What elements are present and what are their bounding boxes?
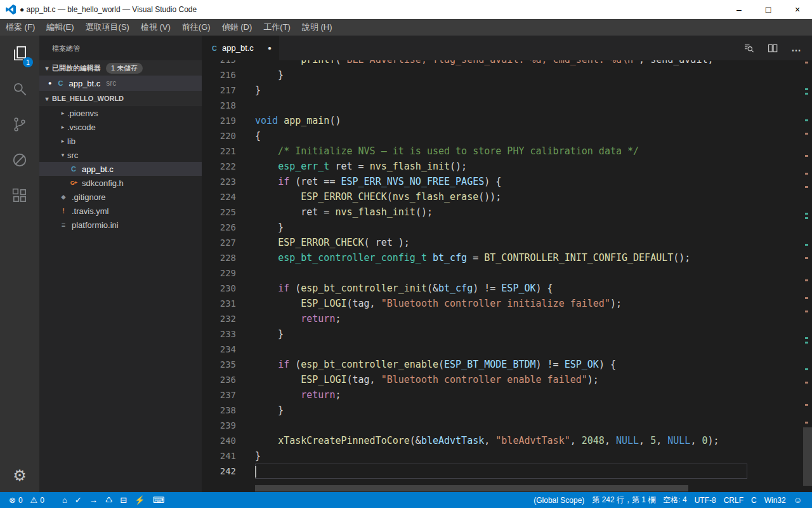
file-type-icon: G+ <box>69 180 79 186</box>
code-line[interactable]: 220{ <box>202 128 747 144</box>
symbol-scope[interactable]: (Global Scope) <box>530 492 588 508</box>
explorer-badge: 1 <box>23 57 33 67</box>
debug-icon[interactable] <box>0 142 39 178</box>
cursor-position[interactable]: 第 242 行，第 1 欄 <box>588 492 659 508</box>
menu-item[interactable]: 工作(T) <box>258 19 296 36</box>
error-count[interactable]: ⊗0 <box>5 492 27 508</box>
code-line[interactable]: 232 return; <box>202 311 747 326</box>
tab-app-bt-c[interactable]: C app_bt.c ● <box>202 36 279 60</box>
menu-item[interactable]: 編輯(E) <box>41 19 79 36</box>
code-text <box>255 265 747 281</box>
code-line[interactable]: 242 <box>202 464 747 479</box>
eol[interactable]: CRLF <box>720 492 747 508</box>
maximize-button[interactable]: □ <box>754 0 783 19</box>
editor-pane[interactable]: 215 printf("BLE Advertise, flag_send_ava… <box>202 60 812 492</box>
menu-item[interactable]: 選取項目(S) <box>80 19 135 36</box>
tree-item[interactable]: !.travis.yml <box>39 204 202 218</box>
pio-upload-icon[interactable]: → <box>86 492 102 508</box>
search-icon[interactable] <box>0 71 39 107</box>
code-line[interactable]: 219void app_main() <box>202 113 747 128</box>
pio-monitor-icon[interactable]: ⚡ <box>131 492 148 508</box>
code-viewport[interactable]: 215 printf("BLE Advertise, flag_send_ava… <box>202 60 747 492</box>
pio-terminal-icon[interactable]: ⌨ <box>149 492 169 508</box>
tree-item[interactable]: ◆.gitignore <box>39 190 202 204</box>
vertical-scrollbar-slider[interactable] <box>803 427 812 486</box>
horizontal-scrollbar-slider[interactable] <box>255 485 688 491</box>
code-line[interactable]: 231 ESP_LOGI(tag, "Bluetooth controller … <box>202 296 747 311</box>
source-control-icon[interactable] <box>0 107 39 142</box>
tree-item[interactable]: G+sdkconfig.h <box>39 176 202 190</box>
warning-count[interactable]: ⚠0 <box>27 492 48 508</box>
code-line[interactable]: 234 <box>202 342 747 357</box>
extensions-icon[interactable] <box>0 178 39 213</box>
code-line[interactable]: 222 esp_err_t ret = nvs_flash_init(); <box>202 159 747 174</box>
tree-item[interactable]: ≡platformio.ini <box>39 218 202 232</box>
code-line[interactable]: 240 xTaskCreatePinnedToCore(&bleAdvtTask… <box>202 433 747 448</box>
tree-item[interactable]: ▸.pioenvs <box>39 106 202 120</box>
vertical-scrollbar[interactable] <box>803 60 812 492</box>
more-actions-icon[interactable]: … <box>791 45 802 51</box>
pio-build-icon[interactable]: ✓ <box>71 492 86 508</box>
code-line[interactable]: 239 <box>202 418 747 433</box>
explorer-icon[interactable]: 1 <box>0 36 39 71</box>
pio-test-icon[interactable]: ⊟ <box>116 492 131 508</box>
root-folder-header[interactable]: ▾ BLE_HELLO_WORLD <box>39 91 202 106</box>
file-name: src <box>67 150 78 160</box>
code-line[interactable]: 218 <box>202 98 747 113</box>
menu-item[interactable]: 檢視 (V) <box>135 19 176 36</box>
warning-count-label: 0 <box>40 496 44 505</box>
code-text: return; <box>255 311 747 326</box>
eol-label: CRLF <box>724 496 743 505</box>
close-button[interactable]: × <box>783 0 812 19</box>
code-line[interactable]: 221 /* Initialize NVS — it is used to st… <box>202 144 747 159</box>
pio-home-icon[interactable]: ⌂ <box>58 492 71 508</box>
code-line[interactable]: 226 } <box>202 220 747 235</box>
language-mode[interactable]: C <box>747 492 761 508</box>
split-editor-icon[interactable] <box>767 43 778 54</box>
code-line[interactable]: 228 esp_bt_controller_config_t bt_cfg = … <box>202 250 747 265</box>
minimap[interactable] <box>747 60 803 492</box>
minimize-button[interactable]: – <box>724 0 754 19</box>
open-editors-header[interactable]: ▾ 已開啟的編輯器 1 未儲存 <box>39 60 202 76</box>
code-line[interactable]: 227 ESP_ERROR_CHECK( ret ); <box>202 235 747 250</box>
code-line[interactable]: 225 ret = nvs_flash_init(); <box>202 204 747 220</box>
tree-item[interactable]: Capp_bt.c <box>39 162 202 176</box>
code-line[interactable]: 229 <box>202 265 747 281</box>
horizontal-scrollbar[interactable] <box>255 485 747 492</box>
status-bar: ⊗0⚠0⌂✓→♺⊟⚡⌨ (Global Scope)第 242 行，第 1 欄空… <box>0 492 812 508</box>
code-line[interactable]: 216 } <box>202 67 747 83</box>
menu-item[interactable]: 前往(G) <box>176 19 216 36</box>
code-line[interactable]: 238 } <box>202 403 747 418</box>
menu-item[interactable]: 檔案 (F) <box>0 19 41 36</box>
settings-gear-icon[interactable]: ⚙ <box>0 459 39 492</box>
code-line[interactable]: 215 printf("BLE Advertise, flag_send_ava… <box>202 60 747 67</box>
open-preview-icon[interactable] <box>743 43 754 54</box>
window-title: ● app_bt.c — ble_hello_world — Visual St… <box>20 5 197 14</box>
code-text: } <box>255 326 747 342</box>
code-line[interactable]: 237 return; <box>202 387 747 403</box>
tree-item[interactable]: ▸lib <box>39 134 202 148</box>
encoding[interactable]: UTF-8 <box>691 492 720 508</box>
code-line[interactable]: 235 if (esp_bt_controller_enable(ESP_BT_… <box>202 357 747 372</box>
code-line[interactable]: 236 ESP_LOGI(tag, "Bluetooth controller … <box>202 372 747 387</box>
indentation[interactable]: 空格: 4 <box>659 492 690 508</box>
tree-item[interactable]: ▾src <box>39 148 202 162</box>
code-line[interactable]: 223 if (ret == ESP_ERR_NVS_NO_FREE_PAGES… <box>202 174 747 189</box>
code-line[interactable]: 233 } <box>202 326 747 342</box>
code-line[interactable]: 224 ESP_ERROR_CHECK(nvs_flash_erase()); <box>202 189 747 204</box>
chevron-down-icon: ▾ <box>42 95 52 102</box>
dirty-dot-icon[interactable]: ● <box>268 44 272 51</box>
platform[interactable]: Win32 <box>761 492 790 508</box>
code-line[interactable]: 241} <box>202 448 747 464</box>
code-line[interactable]: 230 if (esp_bt_controller_init(&bt_cfg) … <box>202 281 747 296</box>
platform-label: Win32 <box>764 496 786 505</box>
workbench: 1 ⚙ 檔案總管 ▾ <box>0 36 812 492</box>
tab-label: app_bt.c <box>222 43 254 53</box>
tree-item[interactable]: ▸.vscode <box>39 120 202 134</box>
menu-item[interactable]: 偵錯 (D) <box>216 19 258 36</box>
pio-clean-icon[interactable]: ♺ <box>102 492 117 508</box>
open-editor-item[interactable]: ● C app_bt.c src <box>39 76 202 91</box>
menu-item[interactable]: 說明 (H) <box>296 19 338 36</box>
feedback-icon[interactable]: ☺ <box>790 492 806 508</box>
code-line[interactable]: 217} <box>202 83 747 98</box>
